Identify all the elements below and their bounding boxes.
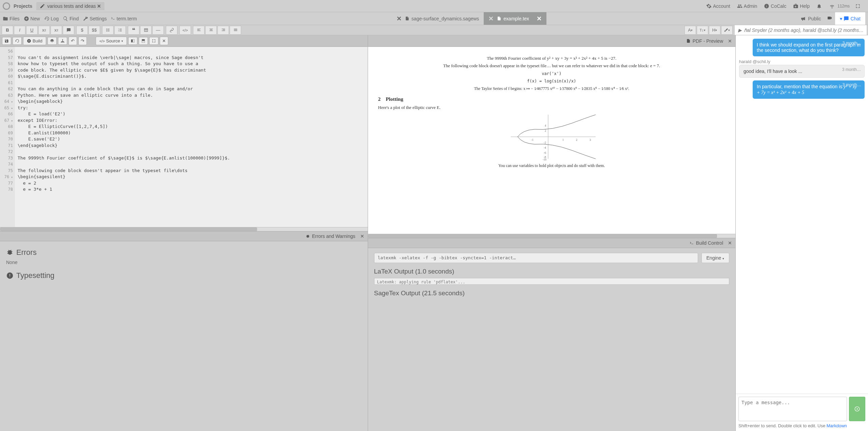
admin-link[interactable]: Admin bbox=[737, 3, 757, 9]
close-icon[interactable]: ✕ bbox=[728, 240, 732, 246]
close-icon[interactable]: ✕ bbox=[97, 3, 101, 9]
pdf-h-scrollbar[interactable] bbox=[368, 234, 736, 238]
svg-rect-19 bbox=[210, 30, 212, 30]
chat-message-own[interactable]: 3 month… I think we should expand on the… bbox=[753, 39, 865, 56]
markdown-link[interactable]: Markdown bbox=[827, 423, 847, 428]
log-button[interactable]: Log bbox=[44, 16, 59, 21]
close-icon[interactable]: ✕ bbox=[360, 233, 364, 239]
source-dropdown[interactable]: </> Source ▾ bbox=[96, 37, 127, 45]
ol-button[interactable]: 123 bbox=[114, 26, 126, 35]
build-button[interactable]: Build bbox=[23, 37, 46, 45]
display-math-button[interactable]: $$ bbox=[89, 26, 100, 35]
chat-messages[interactable]: 3 month… I think we should expand on the… bbox=[736, 35, 868, 394]
fullscreen-button[interactable] bbox=[855, 3, 862, 9]
ul-button[interactable] bbox=[102, 26, 114, 35]
editor-h-scrollbar[interactable] bbox=[0, 227, 368, 231]
timetravel-button[interactable] bbox=[13, 37, 22, 45]
video-icon bbox=[827, 15, 832, 21]
files-button[interactable]: Files bbox=[3, 16, 20, 21]
comment-button[interactable] bbox=[63, 26, 74, 35]
cocalc-link[interactable]: CoCalc bbox=[764, 3, 786, 9]
wrench-icon bbox=[83, 16, 88, 21]
expand-button[interactable] bbox=[149, 37, 158, 45]
svg-rect-11 bbox=[119, 31, 122, 31]
close-icon[interactable]: ✕ bbox=[397, 15, 402, 22]
hr-button[interactable]: — bbox=[152, 26, 164, 35]
chat-input[interactable] bbox=[738, 397, 847, 421]
table-button[interactable] bbox=[140, 26, 152, 35]
terminal-button[interactable]: term.term bbox=[111, 16, 137, 21]
svg-rect-17 bbox=[197, 31, 200, 31]
engine-dropdown[interactable]: Engine ▾ bbox=[701, 253, 729, 263]
account-link[interactable]: Account bbox=[706, 3, 730, 9]
errors-tab[interactable]: Errors and Warnings ✕ bbox=[306, 233, 364, 239]
connection-status[interactable]: 112ms bbox=[829, 3, 850, 9]
latex-output-box[interactable]: Latexmk: applying rule 'pdflatex'... bbox=[374, 278, 730, 285]
logo-icon[interactable] bbox=[3, 2, 10, 10]
public-button[interactable]: Public bbox=[797, 15, 824, 23]
file-tab-sagews[interactable]: ✕ sage-surface_dynamics.sagews bbox=[392, 12, 484, 25]
code-button[interactable]: </> bbox=[179, 26, 191, 35]
svg-rect-26 bbox=[234, 31, 237, 31]
align-left-button[interactable] bbox=[193, 26, 205, 35]
close-icon[interactable]: ✕ bbox=[537, 15, 542, 22]
latex-output-heading: LaTeX Output (1.0 seconds) bbox=[374, 268, 730, 275]
errors-panel-tab-bar: Errors and Warnings ✕ bbox=[0, 231, 368, 241]
close-pane-button[interactable]: ✕ bbox=[160, 37, 168, 45]
font-size-button[interactable]: T↕▾ bbox=[697, 26, 708, 35]
svg-rect-10 bbox=[119, 30, 122, 30]
underline-button[interactable]: U bbox=[26, 26, 38, 35]
superscript-button[interactable]: x2 bbox=[51, 26, 62, 35]
preview-pane: PDF - Preview ✕ The 9999th Fourier coeff… bbox=[368, 35, 736, 431]
sitemap-button[interactable] bbox=[58, 37, 67, 45]
inline-math-button[interactable]: $ bbox=[76, 26, 88, 35]
undo-button[interactable]: ↶ bbox=[69, 37, 77, 45]
build-panel-tab-bar: Build Control ✕ bbox=[368, 238, 736, 248]
search-icon bbox=[63, 16, 68, 21]
pdf-preview[interactable]: The 9999th Fourier coefficient of y² + x… bbox=[368, 47, 736, 234]
chat-message-other[interactable]: 3 month… good idea, I'll have a look ... bbox=[739, 65, 865, 78]
svg-point-2 bbox=[106, 31, 107, 32]
close-icon[interactable]: ✕ bbox=[728, 38, 732, 44]
heading-button[interactable]: H▾ bbox=[709, 26, 720, 35]
notifications-button[interactable] bbox=[816, 3, 823, 9]
code-editor[interactable]: 5657585960616263646566676869707172737475… bbox=[0, 47, 368, 227]
italic-button[interactable]: I bbox=[14, 26, 25, 35]
code-lines[interactable]: You can't do assignment inside \verb|\sa… bbox=[15, 47, 368, 227]
list-ul-icon bbox=[106, 28, 110, 32]
font-family-button[interactable]: A▾ bbox=[684, 26, 696, 35]
chat-tab[interactable]: ▾ Chat bbox=[835, 12, 865, 25]
subscript-button[interactable]: x2 bbox=[38, 26, 50, 35]
video-chat-button[interactable] bbox=[824, 14, 835, 23]
projects-link[interactable]: Projects bbox=[14, 3, 32, 9]
link-button[interactable] bbox=[166, 26, 177, 35]
split-v-button[interactable] bbox=[139, 37, 148, 45]
svg-text:-6: -6 bbox=[544, 151, 546, 154]
close-icon[interactable]: ✕ bbox=[488, 15, 494, 22]
bold-button[interactable]: B bbox=[2, 26, 13, 35]
new-button[interactable]: New bbox=[24, 16, 40, 21]
build-command-input[interactable]: latexmk -xelatex -f -g -bibtex -synctex=… bbox=[374, 253, 698, 263]
project-tab[interactable]: various tests and ideas ✕ bbox=[36, 2, 104, 10]
save-button[interactable] bbox=[2, 37, 11, 45]
editor-pane: Build ↶ ↷ </> Source ▾ ✕ 565758596061626… bbox=[0, 35, 368, 431]
editor-toolbar: Build ↶ ↷ </> Source ▾ ✕ bbox=[0, 35, 368, 47]
chat-summary-bar[interactable]: ▶ ℏal Snyder (2 months ago), harald @sch… bbox=[734, 25, 867, 35]
folder-open-icon bbox=[3, 16, 8, 21]
align-right-button[interactable] bbox=[217, 26, 229, 35]
send-button[interactable] bbox=[849, 397, 865, 421]
align-center-button[interactable] bbox=[205, 26, 217, 35]
color-button[interactable]: ▾ bbox=[721, 26, 733, 35]
file-tab-example-tex[interactable]: ✕ example.tex ✕ bbox=[484, 12, 546, 25]
build-control-tab[interactable]: Build Control ✕ bbox=[690, 240, 732, 246]
chevron-right-icon: ▶ bbox=[738, 27, 742, 33]
chat-message-own[interactable]: 3 month… In particular, mention that the… bbox=[753, 80, 865, 99]
find-button[interactable]: Find bbox=[63, 16, 79, 21]
settings-button[interactable]: Settings bbox=[83, 16, 107, 21]
redo-button[interactable]: ↷ bbox=[78, 37, 87, 45]
quote-button[interactable]: ❝ bbox=[128, 26, 139, 35]
align-justify-button[interactable] bbox=[230, 26, 241, 35]
layers-button[interactable] bbox=[47, 37, 57, 45]
split-h-button[interactable] bbox=[128, 37, 137, 45]
help-link[interactable]: Help bbox=[793, 3, 810, 9]
